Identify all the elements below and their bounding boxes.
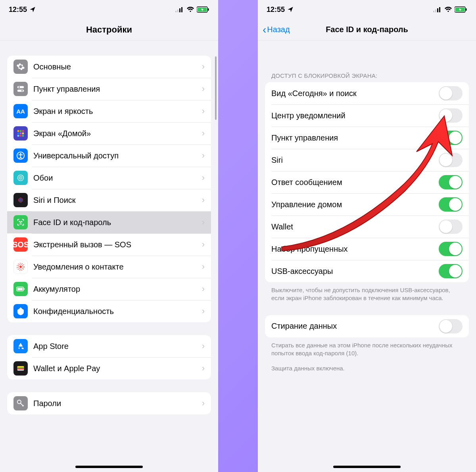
svg-rect-35 (17, 288, 23, 290)
row-sos[interactable]: SOS Экстренный вызов — SOS › (7, 233, 211, 256)
row-label: USB-аксессуары (271, 267, 439, 276)
home-indicator[interactable] (75, 466, 143, 468)
chevron-right-icon: › (202, 217, 205, 227)
row-return-missed[interactable]: Набор пропущенных (265, 238, 469, 260)
row-label: Siri (271, 156, 439, 165)
row-today-view[interactable]: Вид «Сегодня» и поиск (265, 82, 469, 104)
svg-rect-9 (17, 90, 24, 92)
row-reply-message[interactable]: Ответ сообщением (265, 171, 469, 193)
usb-footer: Выключите, чтобы не допустить подключени… (271, 286, 463, 302)
row-display[interactable]: AA Экран и яркость › (7, 100, 211, 122)
row-label: Пункт управления (271, 133, 439, 143)
row-wallet[interactable]: Wallet и Apple Pay › (7, 357, 211, 380)
row-wallpaper[interactable]: Обои › (7, 167, 211, 189)
row-label: Набор пропущенных (271, 245, 439, 254)
toggle-siri[interactable] (439, 153, 463, 167)
erase-group: Стирание данных (265, 315, 469, 337)
status-bar: 12:55 (258, 0, 476, 19)
row-label: Пункт управления (33, 85, 202, 94)
row-control-center[interactable]: Пункт управления › (7, 78, 211, 100)
svg-rect-17 (17, 135, 19, 137)
cellular-icon (175, 7, 184, 12)
row-wallet[interactable]: Wallet (265, 216, 469, 238)
toggle-erase-data[interactable] (439, 319, 463, 333)
svg-rect-12 (20, 130, 22, 132)
svg-rect-14 (17, 133, 19, 135)
toggle-return-missed[interactable] (439, 242, 463, 256)
home-indicator[interactable] (333, 466, 401, 468)
lockscreen-access-group: Вид «Сегодня» и поиск Центр уведомлений … (265, 82, 469, 282)
row-label: Wallet и Apple Pay (33, 364, 202, 373)
row-usb[interactable]: USB-аксессуары (265, 260, 469, 282)
toggle-usb[interactable] (439, 264, 463, 278)
toggle-reply-message[interactable] (439, 175, 463, 189)
back-button[interactable]: ‹ Назад (263, 19, 290, 40)
settings-group-2: App Store › Wallet и Apple Pay › (7, 335, 211, 380)
row-siri[interactable]: Siri (265, 149, 469, 171)
battery-icon (197, 6, 209, 13)
toggle-home-control[interactable] (439, 197, 463, 212)
row-label: Центр уведомлений (271, 111, 439, 120)
row-privacy[interactable]: Конфиденциальность › (7, 300, 211, 322)
home-screen-icon (13, 126, 28, 141)
chevron-right-icon: › (202, 84, 205, 94)
row-control-center[interactable]: Пункт управления (265, 127, 469, 149)
page-title: Face ID и код-пароль (326, 25, 408, 34)
row-battery[interactable]: Аккумулятор › (7, 278, 211, 300)
toggle-notification-center[interactable] (439, 108, 463, 123)
svg-rect-19 (22, 135, 24, 137)
wifi-icon (444, 7, 452, 12)
scrollbar[interactable] (215, 56, 217, 120)
wifi-icon (186, 7, 194, 12)
svg-rect-48 (466, 8, 467, 11)
wallpaper-icon (13, 171, 28, 185)
row-erase-data[interactable]: Стирание данных (265, 315, 469, 337)
chevron-right-icon: › (202, 173, 205, 183)
chevron-right-icon: › (202, 62, 205, 72)
row-label: Уведомления о контакте (33, 262, 202, 272)
accessibility-icon (13, 148, 28, 163)
row-appstore[interactable]: App Store › (7, 335, 211, 357)
row-label: App Store (33, 342, 202, 351)
siri-icon (13, 193, 28, 207)
chevron-left-icon: ‹ (263, 24, 266, 35)
toggle-control-center[interactable] (439, 131, 463, 145)
chevron-right-icon: › (202, 306, 205, 316)
row-faceid[interactable]: Face ID и код-пароль › (7, 211, 211, 233)
row-notification-center[interactable]: Центр уведомлений (265, 104, 469, 127)
svg-point-29 (19, 221, 20, 222)
row-passwords[interactable]: Пароли › (7, 392, 211, 414)
toggle-today-view[interactable] (439, 86, 463, 100)
row-accessibility[interactable]: Универсальный доступ › (7, 144, 211, 167)
location-icon (29, 6, 36, 13)
row-home-screen[interactable]: Экран «Домой» › (7, 122, 211, 144)
row-label: Основные (33, 62, 202, 71)
row-label: Обои (33, 173, 202, 183)
chevron-right-icon: › (202, 284, 205, 294)
svg-point-31 (19, 266, 22, 268)
sos-icon: SOS (13, 237, 28, 252)
chevron-right-icon: › (202, 239, 205, 250)
svg-rect-11 (17, 130, 19, 132)
chevron-right-icon: › (202, 128, 205, 139)
svg-rect-45 (439, 7, 440, 12)
row-general[interactable]: Основные › (7, 56, 211, 78)
row-label: Вид «Сегодня» и поиск (271, 89, 439, 98)
row-label: Экран и яркость (33, 107, 202, 116)
row-home-control[interactable]: Управление домом (265, 193, 469, 216)
row-label: Конфиденциальность (33, 307, 202, 316)
chevron-right-icon: › (202, 150, 205, 161)
chevron-right-icon: › (202, 106, 205, 116)
row-label: Управление домом (271, 200, 439, 209)
toggle-wallet[interactable] (439, 220, 463, 234)
privacy-icon (13, 304, 28, 318)
row-siri[interactable]: Siri и Поиск › (7, 189, 211, 211)
row-label: Универсальный доступ (33, 151, 202, 160)
svg-rect-42 (433, 11, 434, 12)
row-exposure[interactable]: Уведомления о контакте › (7, 256, 211, 278)
battery-icon (13, 282, 28, 296)
svg-rect-40 (17, 368, 24, 370)
svg-point-21 (20, 153, 21, 155)
status-time: 12:55 (9, 6, 27, 14)
display-icon: AA (13, 104, 28, 118)
